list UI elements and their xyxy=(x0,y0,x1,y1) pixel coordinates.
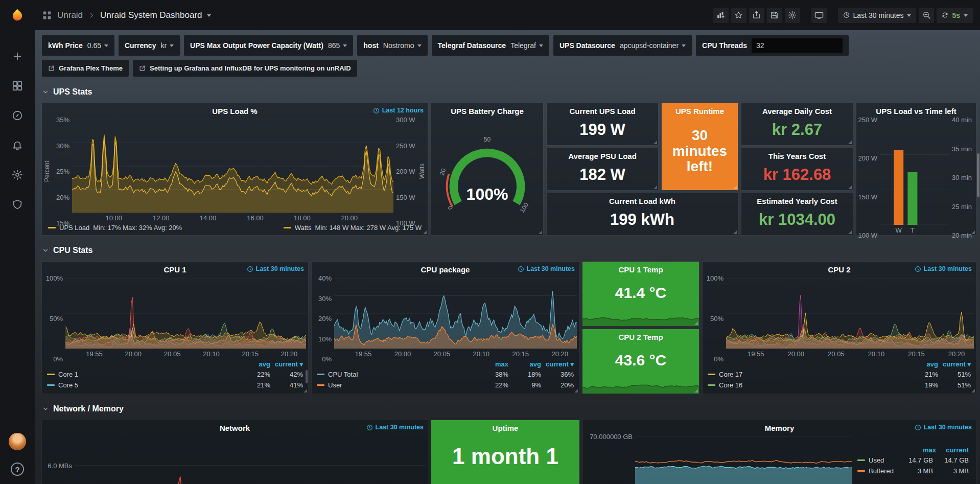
series-name[interactable]: CPU Total xyxy=(317,371,476,378)
axis-tick-label: 250 W xyxy=(858,116,877,124)
panel-title[interactable]: CPU 2 xyxy=(828,265,850,274)
series-name[interactable]: Core 17 xyxy=(708,371,905,378)
caret-down-icon[interactable] xyxy=(207,14,211,19)
cpu-threads-input[interactable] xyxy=(752,38,843,53)
variable-value[interactable]: apcupsd-container xyxy=(620,41,686,50)
variable-ups-max-output[interactable]: UPS Max Output Power Capacity (Watt)865 xyxy=(184,35,353,56)
panel-time-range[interactable]: Last 30 minutes xyxy=(247,265,304,272)
panel-header: UPS Load % Last 12 hours xyxy=(42,103,428,119)
series-name[interactable]: Core 5 xyxy=(47,381,238,389)
legend-column-current[interactable]: current xyxy=(936,446,969,454)
panel-time-range[interactable]: Last 30 minutes xyxy=(518,265,575,272)
panel-time-range[interactable]: Last 30 minutes xyxy=(366,424,424,431)
template-variables: kWh Price0.65 Currencykr UPS Max Output … xyxy=(42,35,976,56)
axis-tick-label: 40% xyxy=(318,274,332,282)
variable-value[interactable]: Nostromo xyxy=(383,41,422,50)
panel-title[interactable]: Estimated Yearly Cost xyxy=(757,197,837,205)
series-name[interactable]: Buffered xyxy=(857,467,897,475)
panel-title[interactable]: CPU 1 xyxy=(164,265,186,274)
sidebar-item-create[interactable] xyxy=(12,51,23,62)
axis-tick-label: 15% xyxy=(56,219,69,227)
axis-tick-label: 20:20 xyxy=(281,350,298,358)
variable-kwh-price[interactable]: kWh Price0.65 xyxy=(42,35,114,56)
panel-time-range[interactable]: Last 30 minutes xyxy=(915,424,972,431)
save-button[interactable] xyxy=(767,8,782,23)
variable-value[interactable]: kr xyxy=(160,41,174,50)
legend-column-current[interactable]: current ▾ xyxy=(270,360,303,368)
sidebar-item-explore[interactable] xyxy=(12,110,23,121)
add-panel-button[interactable] xyxy=(713,8,729,23)
x-axis: 10:0012:0014:0016:0018:0020:00 xyxy=(72,213,393,223)
cycle-view-button[interactable] xyxy=(811,8,827,23)
panel-title[interactable]: UPS Runtime xyxy=(675,107,724,116)
axis-tick-label: 150 W xyxy=(396,193,415,201)
user-avatar[interactable] xyxy=(9,433,26,450)
series-name[interactable]: Watts xyxy=(295,224,312,232)
panel-this-years-cost: This Years Cost kr 162.68 xyxy=(741,148,853,190)
legend-column-avg[interactable]: avg xyxy=(238,360,270,368)
variable-currency[interactable]: Currencykr xyxy=(119,35,180,56)
variable-value[interactable]: 865 xyxy=(328,41,347,50)
panel-time-range[interactable]: Last 30 minutes xyxy=(915,265,972,272)
memory-chart xyxy=(635,436,852,484)
dashboard-settings-button[interactable] xyxy=(785,8,800,23)
variable-label: UPS Max Output Power Capacity (Watt) xyxy=(190,41,323,50)
panel-title[interactable]: UPS Load vs Time left xyxy=(876,107,956,116)
section-ups-stats[interactable]: UPS Stats xyxy=(42,86,976,98)
sidebar-item-configuration[interactable] xyxy=(12,169,23,180)
panel-title[interactable]: Network xyxy=(220,424,250,432)
page-scrollbar[interactable] xyxy=(977,153,979,197)
panel-title[interactable]: UPS Load % xyxy=(212,107,257,116)
help-icon[interactable] xyxy=(11,463,24,476)
panel-title[interactable]: Memory xyxy=(765,424,795,432)
link-ups-monitoring-guide[interactable]: Setting up Grafana and InfluxDB for UPS … xyxy=(133,60,357,77)
series-name[interactable]: Used xyxy=(857,456,897,464)
sidebar-item-dashboards[interactable] xyxy=(12,80,23,91)
legend-column-max[interactable]: max xyxy=(903,446,936,454)
grafana-logo[interactable] xyxy=(0,0,35,30)
panel-time-range[interactable]: Last 12 hours xyxy=(373,107,424,114)
refresh-picker[interactable]: 5s xyxy=(937,8,973,23)
zoom-out-button[interactable] xyxy=(919,8,934,23)
panel-title[interactable]: Uptime xyxy=(493,424,519,432)
share-button[interactable] xyxy=(749,8,764,23)
axis-tick-label: 35% xyxy=(56,116,69,124)
section-network-memory[interactable]: Network / Memory xyxy=(42,403,976,415)
axis-tick-label: W xyxy=(896,226,902,234)
variable-value[interactable]: 0.65 xyxy=(87,41,108,50)
panel-title[interactable]: CPU 2 Temp xyxy=(618,333,663,341)
panel-title[interactable]: Current Load kWh xyxy=(609,197,675,205)
link-grafana-plex-theme[interactable]: Grafana Plex Theme xyxy=(42,60,129,77)
breadcrumb-folder[interactable]: Unraid xyxy=(57,10,83,20)
star-button[interactable] xyxy=(731,8,746,23)
sidebar-item-alerting[interactable] xyxy=(12,140,23,151)
legend-scrollbar[interactable] xyxy=(306,370,308,383)
panel-title[interactable]: Average PSU Load xyxy=(568,152,637,160)
series-name[interactable]: Core 16 xyxy=(708,381,905,389)
panel-title[interactable]: This Years Cost xyxy=(768,152,826,160)
series-name[interactable]: Core 1 xyxy=(47,371,238,378)
panel-title[interactable]: CPU 1 Temp xyxy=(618,265,663,274)
variable-telegraf-datasource[interactable]: Telegraf DatasourceTelegraf xyxy=(432,35,549,56)
plus-icon xyxy=(12,51,23,62)
dashboard-title[interactable]: Unraid System Dashboard xyxy=(100,10,202,20)
sidebar-item-server-admin[interactable] xyxy=(12,199,23,210)
legend-column-avg[interactable]: avg xyxy=(508,360,541,368)
legend-column-avg[interactable]: avg xyxy=(905,360,938,368)
panel-title[interactable]: UPS Battery Charge xyxy=(451,107,524,116)
series-name[interactable]: User xyxy=(317,381,476,389)
panel-title[interactable]: Current UPS Load xyxy=(569,107,635,116)
panel-title[interactable]: Average Daily Cost xyxy=(762,107,832,116)
time-range-picker[interactable]: Last 30 minutes xyxy=(838,8,917,23)
variable-value[interactable]: Telegraf xyxy=(510,41,543,50)
axis-tick-label: 50% xyxy=(50,315,63,322)
legend-column-max[interactable]: max xyxy=(476,360,508,368)
axis-tick-label: 20:15 xyxy=(908,350,925,358)
variable-ups-datasource[interactable]: UPS Datasourceapcupsd-container xyxy=(553,35,692,56)
variable-host[interactable]: hostNostromo xyxy=(357,35,427,56)
legend-column-current[interactable]: current ▾ xyxy=(938,360,971,368)
legend-value: 21% xyxy=(238,381,270,389)
legend-column-current[interactable]: current ▾ xyxy=(541,360,574,368)
panel-title[interactable]: CPU package xyxy=(421,265,470,274)
section-cpu-stats[interactable]: CPU Stats xyxy=(42,244,976,257)
